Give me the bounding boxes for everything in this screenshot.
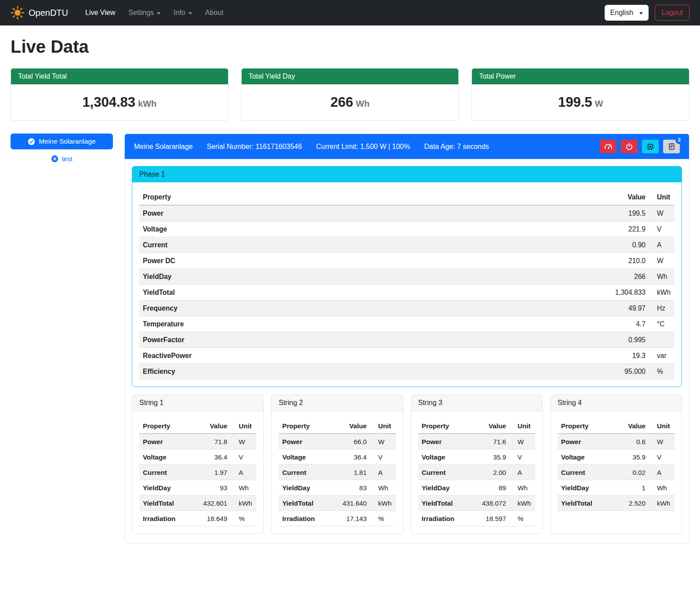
row-unit: %: [370, 511, 396, 526]
sidebar-item-label: test: [62, 155, 72, 163]
row-unit: W: [370, 434, 396, 449]
inverter-serial: Serial Number: 116171603546: [207, 143, 302, 151]
string-body: Property Value Unit Power71.8W Voltage36…: [132, 411, 263, 533]
row-unit: [649, 332, 675, 348]
row-value: 35.9: [469, 449, 510, 465]
logout-button[interactable]: Logout: [655, 5, 689, 21]
row-unit: V: [649, 221, 675, 237]
column-header-value: Value: [469, 418, 510, 434]
row-value: 95.000: [444, 364, 649, 380]
x-circle-icon: [51, 155, 58, 163]
string-body: Property Value Unit Power66.0W Voltage36…: [272, 411, 403, 533]
row-value: 1.97: [191, 465, 231, 480]
nav-item-info[interactable]: Info: [167, 5, 199, 20]
event-count-badge: 2: [675, 136, 683, 144]
string-table: Property Value Unit Power0.6W Voltage35.…: [558, 418, 675, 511]
row-property: PowerFactor: [139, 332, 444, 348]
table-row: Irradiation18.597%: [418, 511, 535, 526]
row-unit: W: [510, 434, 535, 449]
cpu-icon: [646, 143, 654, 151]
nav-label: About: [205, 9, 224, 17]
row-value: 266: [444, 269, 649, 285]
row-unit: A: [649, 237, 675, 253]
nav-item-settings[interactable]: Settings: [122, 5, 167, 20]
row-property: Current: [558, 465, 613, 480]
column-header-unit: Unit: [649, 418, 675, 434]
column-header-property: Property: [558, 418, 613, 434]
row-value: 221.9: [444, 221, 649, 237]
card-value: 199.5: [558, 94, 592, 110]
row-property: YieldTotal: [139, 496, 191, 511]
string-table: Property Value Unit Power71.6W Voltage35…: [418, 418, 535, 526]
row-value: 17.143: [330, 511, 370, 526]
table-header-row: Property Value Unit: [558, 418, 675, 434]
row-value: 432.601: [191, 496, 231, 511]
sidebar-item-test[interactable]: test: [11, 155, 113, 163]
row-property: YieldDay: [139, 269, 444, 285]
row-unit: W: [231, 434, 256, 449]
card-value: 1,304.83: [82, 94, 135, 110]
language-select[interactable]: English: [605, 5, 649, 21]
row-value: 210.0: [444, 253, 649, 269]
row-value: 18.649: [191, 511, 231, 526]
event-log-button[interactable]: 2: [663, 140, 680, 153]
row-property: Voltage: [279, 449, 330, 465]
row-property: YieldDay: [558, 480, 613, 496]
row-property: Current: [279, 465, 330, 480]
row-value: 18.597: [469, 511, 510, 526]
nav-item-live-view[interactable]: Live View: [79, 5, 122, 20]
chevron-down-icon: [189, 12, 192, 14]
navbar-right: English Logout: [605, 5, 689, 21]
column-header-property: Property: [418, 418, 470, 434]
string-title: String 4: [551, 395, 682, 411]
row-property: ReactivePower: [139, 348, 444, 364]
row-value: 1,304.833: [444, 285, 649, 300]
strings-grid: String 1 Property Value Unit: [132, 394, 682, 534]
nav-label: Settings: [128, 9, 154, 17]
card-title: Total Yield Day: [242, 69, 459, 84]
column-header-property: Property: [279, 418, 330, 434]
nav-item-about[interactable]: About: [199, 5, 230, 20]
table-row: YieldDay89Wh: [418, 480, 535, 496]
row-value: 1: [613, 480, 649, 496]
page-title: Live Data: [11, 37, 689, 57]
table-row: Power71.8W: [139, 434, 256, 449]
card-unit: W: [595, 99, 603, 109]
table-row: Power0.6W: [558, 434, 675, 449]
check-circle-icon: [28, 138, 35, 145]
row-property: Power: [279, 434, 330, 449]
table-row: Irradiation18.649%: [139, 511, 256, 526]
table-row: YieldDay1Wh: [558, 480, 675, 496]
row-property: Current: [139, 237, 444, 253]
row-unit: Wh: [231, 480, 256, 496]
row-property: YieldDay: [418, 480, 470, 496]
sidebar-item-meine-solaranlage[interactable]: Meine Solaranlage: [11, 134, 113, 149]
string-card-1: String 1 Property Value Unit: [132, 394, 264, 534]
row-unit: W: [649, 434, 675, 449]
row-value: 36.4: [330, 449, 370, 465]
inverter-card-header: Meine Solaranlage Serial Number: 1161716…: [125, 134, 689, 159]
brand-link[interactable]: OpenDTU: [11, 6, 68, 20]
row-property: Current: [139, 465, 191, 480]
card-unit: kWh: [138, 99, 156, 109]
row-value: 2.00: [469, 465, 510, 480]
power-toggle-button[interactable]: [621, 140, 638, 153]
device-info-button[interactable]: [642, 140, 659, 153]
string-body: Property Value Unit Power0.6W Voltage35.…: [551, 411, 682, 518]
row-property: Irradiation: [139, 511, 191, 526]
inverter-sidebar: Meine Solaranlage test: [11, 134, 113, 163]
column-header-unit: Unit: [649, 189, 675, 205]
table-row: Current0.90A: [139, 237, 675, 253]
string-title: String 3: [411, 395, 542, 411]
sun-logo-icon: [11, 6, 25, 20]
column-header-value: Value: [330, 418, 370, 434]
card-total-power: Total Power 199.5W: [472, 68, 689, 121]
limit-settings-button[interactable]: [600, 140, 617, 153]
column-header-value: Value: [613, 418, 649, 434]
inverter-data-age: Data Age: 7 seconds: [424, 143, 489, 151]
row-unit: kWh: [370, 496, 396, 511]
table-row: Power66.0W: [279, 434, 395, 449]
row-value: 2.520: [613, 496, 649, 511]
table-row: YieldDay83Wh: [279, 480, 395, 496]
table-row: Current0.02A: [558, 465, 675, 480]
